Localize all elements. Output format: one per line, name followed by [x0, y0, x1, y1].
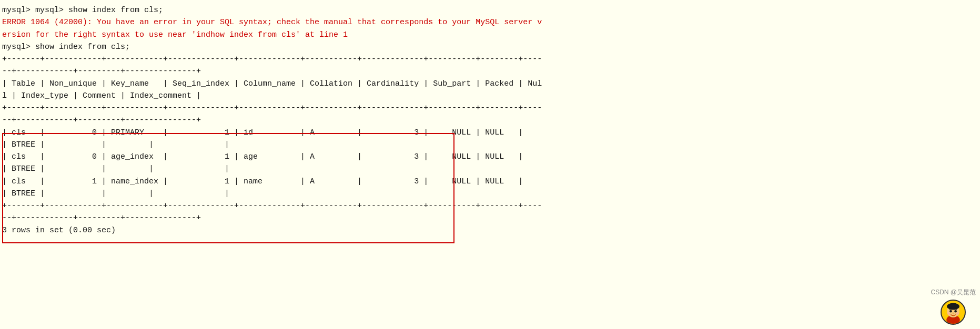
- line-5: +-------+------------+------------+-----…: [2, 53, 978, 65]
- line-19: 3 rows in set (0.00 sec): [2, 224, 978, 237]
- line-2: ERROR 1064 (42000): You have an error in…: [2, 16, 978, 28]
- svg-point-9: [956, 312, 959, 315]
- line-17: +-------+------------+------------+-----…: [2, 200, 978, 212]
- line-8: l | Index_type | Comment | Index_comment…: [2, 90, 978, 102]
- line-3: ersion for the right syntax to use near …: [2, 29, 978, 41]
- svg-point-7: [952, 313, 954, 314]
- svg-point-4: [955, 310, 957, 313]
- line-7: | Table | Non_unique | Key_name | Seq_in…: [2, 78, 978, 90]
- line-14: | BTREE | | | |: [2, 163, 978, 175]
- svg-point-8: [947, 312, 951, 315]
- svg-point-2: [947, 303, 959, 310]
- line-16: | BTREE | | | |: [2, 188, 978, 200]
- avatar-icon: [941, 300, 966, 325]
- line-4: mysql> show index from cls;: [2, 41, 978, 53]
- line-6: --+------------+---------+--------------…: [2, 65, 978, 77]
- line-18: --+------------+---------+--------------…: [2, 212, 978, 224]
- line-12: | BTREE | | | |: [2, 139, 978, 151]
- line-10: --+------------+---------+--------------…: [2, 114, 978, 126]
- line-13: | cls | 0 | age_index | 1 | age | A | 3 …: [2, 151, 978, 163]
- line-1: mysql> mysql> show index from cls;: [2, 4, 978, 16]
- watermark-area: CSDN @吴昆范: [931, 287, 976, 325]
- line-9: +-------+------------+------------+-----…: [2, 102, 978, 114]
- watermark-text: CSDN @吴昆范: [931, 287, 976, 297]
- content-wrapper: mysql> mysql> show index from cls; ERROR…: [2, 4, 978, 237]
- line-11: | cls | 0 | PRIMARY | 1 | id | A | 3 | N…: [2, 127, 978, 139]
- terminal: mysql> mysql> show index from cls; ERROR…: [0, 0, 980, 329]
- svg-point-3: [949, 310, 952, 313]
- line-15: | cls | 1 | name_index | 1 | name | A | …: [2, 176, 978, 188]
